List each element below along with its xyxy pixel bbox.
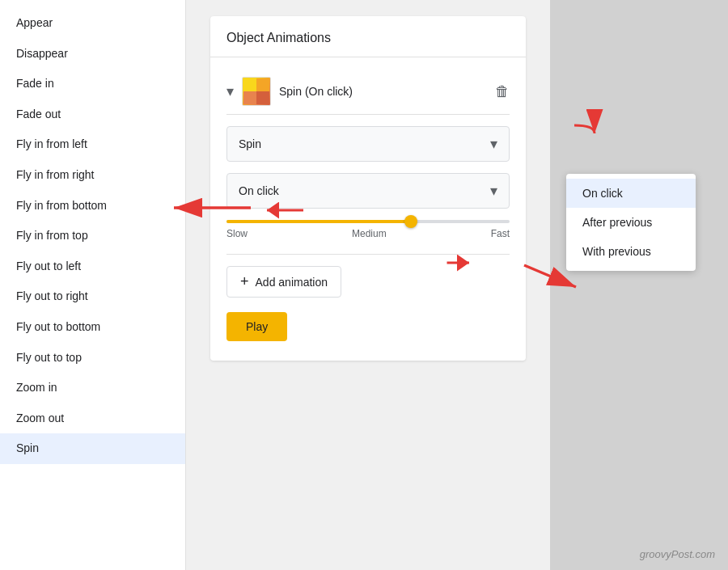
animation-item-row: ▾ Spin (On click) 🗑	[226, 69, 510, 115]
sidebar-item-fly-out-right[interactable]: Fly out to right	[0, 281, 185, 312]
popup-item-with-previous[interactable]: With previous	[566, 237, 696, 266]
type-dropdown-row: Spin ▾	[226, 126, 510, 162]
slider-track-fill	[226, 220, 411, 223]
sidebar-item-fly-in-bottom[interactable]: Fly in from bottom	[0, 191, 185, 222]
add-animation-button[interactable]: + Add animation	[226, 266, 341, 298]
popup-item-on-click[interactable]: On click	[566, 179, 696, 208]
panel-header: Object Animations	[210, 16, 526, 57]
sidebar-item-fly-in-left[interactable]: Fly in from left	[0, 129, 185, 160]
slider-track[interactable]	[226, 220, 510, 223]
trigger-dropdown-value: On click	[239, 184, 279, 197]
type-dropdown-value: Spin	[239, 137, 261, 150]
animation-item-label: Spin (On click)	[279, 85, 487, 98]
popup-item-after-previous[interactable]: After previous	[566, 208, 696, 237]
divider	[226, 254, 510, 255]
type-dropdown-caret: ▾	[490, 135, 497, 153]
play-button[interactable]: Play	[226, 312, 287, 341]
main-container: AppearDisappearFade inFade outFly in fro…	[0, 0, 728, 570]
slider-slow-label: Slow	[226, 228, 248, 239]
svg-rect-3	[256, 91, 269, 104]
center-panel: Object Animations ▾ Spin (On click)	[186, 0, 550, 570]
slider-thumb[interactable]	[404, 215, 417, 228]
slider-fast-label: Fast	[491, 228, 510, 239]
trigger-dropdown-row: On click ▾	[226, 173, 510, 209]
plus-icon: +	[240, 273, 249, 290]
add-animation-label: Add animation	[256, 276, 328, 289]
speed-slider-container: Slow Medium Fast	[226, 220, 510, 239]
right-area: On clickAfter previousWith previous groo…	[550, 0, 728, 570]
panel-body: ▾ Spin (On click) 🗑	[210, 57, 526, 361]
sidebar-item-zoom-in[interactable]: Zoom in	[0, 373, 185, 403]
slider-labels: Slow Medium Fast	[226, 228, 510, 239]
chevron-down-icon[interactable]: ▾	[226, 82, 234, 100]
watermark: groovyPost.com	[640, 548, 715, 560]
right-arrow-overlay	[550, 0, 728, 570]
trigger-dropdown-caret: ▾	[490, 182, 497, 200]
sidebar-item-fade-out[interactable]: Fade out	[0, 99, 185, 130]
sidebar-item-fly-in-top[interactable]: Fly in from top	[0, 221, 185, 251]
svg-rect-1	[256, 78, 269, 91]
trigger-dropdown-popup: On clickAfter previousWith previous	[566, 174, 696, 271]
sidebar-item-fly-in-right[interactable]: Fly in from right	[0, 160, 185, 191]
type-dropdown[interactable]: Spin ▾	[226, 126, 510, 162]
animation-panel: Object Animations ▾ Spin (On click)	[210, 16, 526, 361]
panel-title: Object Animations	[226, 31, 331, 44]
trigger-dropdown[interactable]: On click ▾	[226, 173, 510, 209]
sidebar-item-disappear[interactable]: Disappear	[0, 39, 185, 70]
sidebar-item-fly-out-left[interactable]: Fly out to left	[0, 251, 185, 282]
sidebar-item-fly-out-bottom[interactable]: Fly out to bottom	[0, 312, 185, 343]
svg-rect-2	[243, 91, 256, 104]
svg-rect-0	[243, 78, 256, 91]
animation-thumbnail	[242, 77, 271, 106]
sidebar-item-fly-out-top[interactable]: Fly out to top	[0, 343, 185, 374]
delete-icon[interactable]: 🗑	[495, 83, 510, 100]
sidebar-item-spin[interactable]: Spin	[0, 433, 185, 464]
sidebar-item-zoom-out[interactable]: Zoom out	[0, 403, 185, 434]
sidebar-item-fade-in[interactable]: Fade in	[0, 69, 185, 99]
sidebar-item-appear[interactable]: Appear	[0, 8, 185, 39]
sidebar: AppearDisappearFade inFade outFly in fro…	[0, 0, 186, 570]
slider-medium-label: Medium	[352, 228, 387, 239]
